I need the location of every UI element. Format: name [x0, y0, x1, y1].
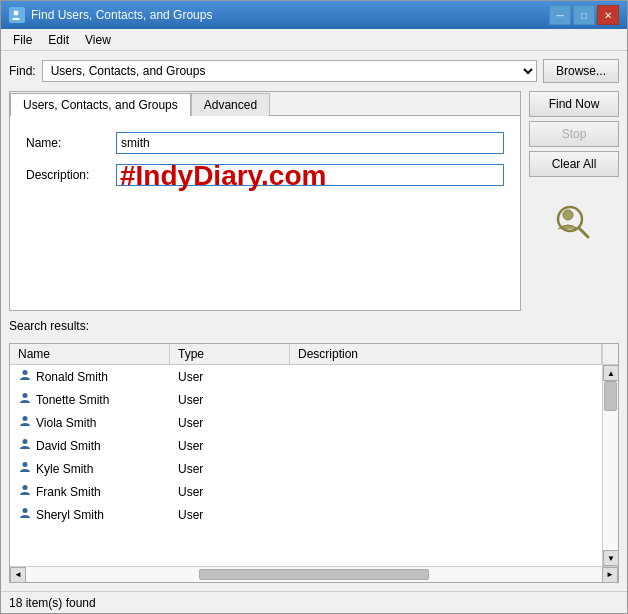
results-header: Name Type Description: [10, 344, 618, 365]
result-name-cell: Kyle Smith: [10, 458, 170, 479]
results-wrapper: Ronald SmithUserTonette SmithUserViola S…: [10, 365, 618, 566]
svg-line-3: [579, 228, 588, 237]
result-name-cell: Sheryl Smith: [10, 504, 170, 525]
table-row[interactable]: Tonette SmithUser: [10, 388, 602, 411]
results-body[interactable]: Ronald SmithUserTonette SmithUserViola S…: [10, 365, 602, 566]
scroll-left-button[interactable]: ◄: [10, 567, 26, 583]
menu-file[interactable]: File: [5, 31, 40, 49]
scroll-down-button[interactable]: ▼: [603, 550, 619, 566]
find-dropdown-wrapper: Users, Contacts, and Groups Users Contac…: [42, 60, 537, 82]
scroll-right-button[interactable]: ►: [602, 567, 618, 583]
svg-point-9: [23, 485, 28, 490]
horizontal-scrollbar: ◄ ►: [10, 566, 618, 582]
search-users-icon: [550, 201, 598, 241]
find-dropdown[interactable]: Users, Contacts, and Groups Users Contac…: [42, 60, 537, 82]
title-bar-buttons: ─ □ ✕: [549, 5, 619, 25]
result-name-cell: Frank Smith: [10, 481, 170, 502]
menu-bar: File Edit View: [1, 29, 627, 51]
name-input[interactable]: [116, 132, 504, 154]
col-header-description[interactable]: Description: [290, 344, 602, 364]
result-desc-cell: [290, 444, 602, 448]
results-container: Name Type Description Ronald SmithUserTo…: [9, 343, 619, 583]
find-row: Find: Users, Contacts, and Groups Users …: [9, 59, 619, 83]
close-button[interactable]: ✕: [597, 5, 619, 25]
result-name-cell: Viola Smith: [10, 412, 170, 433]
result-name-cell: David Smith: [10, 435, 170, 456]
search-icon-area: [529, 201, 619, 241]
maximize-button[interactable]: □: [573, 5, 595, 25]
scroll-up-button[interactable]: ▲: [603, 365, 619, 381]
result-type-cell: User: [170, 391, 290, 409]
scroll-track: [603, 381, 618, 550]
scroll-thumb[interactable]: [604, 381, 617, 411]
svg-point-7: [23, 439, 28, 444]
svg-point-6: [23, 416, 28, 421]
status-text: 18 item(s) found: [9, 596, 96, 610]
table-row[interactable]: Ronald SmithUser: [10, 365, 602, 388]
menu-view[interactable]: View: [77, 31, 119, 49]
svg-point-4: [23, 370, 28, 375]
minimize-button[interactable]: ─: [549, 5, 571, 25]
col-header-name[interactable]: Name: [10, 344, 170, 364]
result-desc-cell: [290, 398, 602, 402]
result-type-cell: User: [170, 460, 290, 478]
result-type-cell: User: [170, 368, 290, 386]
main-window: Find Users, Contacts, and Groups ─ □ ✕ F…: [0, 0, 628, 614]
tab-advanced[interactable]: Advanced: [191, 93, 270, 116]
user-icon: [18, 414, 32, 431]
svg-point-8: [23, 462, 28, 467]
browse-button[interactable]: Browse...: [543, 59, 619, 83]
table-row[interactable]: Frank SmithUser: [10, 480, 602, 503]
vertical-scrollbar: ▲ ▼: [602, 365, 618, 566]
result-desc-cell: [290, 513, 602, 517]
svg-point-10: [23, 508, 28, 513]
result-name-text: Kyle Smith: [36, 462, 93, 476]
svg-point-1: [563, 210, 573, 220]
table-row[interactable]: Viola SmithUser: [10, 411, 602, 434]
name-form-row: Name:: [26, 132, 504, 154]
user-icon: [18, 391, 32, 408]
svg-point-0: [14, 11, 19, 16]
tab-strip: Users, Contacts, and Groups Advanced: [10, 92, 520, 116]
upper-section: Users, Contacts, and Groups Advanced Nam…: [9, 91, 619, 311]
tab-content: Name: Description:: [10, 116, 520, 212]
name-label: Name:: [26, 136, 116, 150]
svg-point-5: [23, 393, 28, 398]
description-input[interactable]: [116, 164, 504, 186]
user-icon: [18, 368, 32, 385]
description-label: Description:: [26, 168, 116, 182]
result-desc-cell: [290, 375, 602, 379]
result-desc-cell: [290, 421, 602, 425]
result-desc-cell: [290, 490, 602, 494]
result-type-cell: User: [170, 414, 290, 432]
result-type-cell: User: [170, 437, 290, 455]
tab-panel: Users, Contacts, and Groups Advanced Nam…: [9, 91, 521, 311]
result-name-text: Ronald Smith: [36, 370, 108, 384]
user-icon: [18, 506, 32, 523]
find-now-button[interactable]: Find Now: [529, 91, 619, 117]
table-row[interactable]: Sheryl SmithUser: [10, 503, 602, 526]
status-bar: 18 item(s) found: [1, 591, 627, 613]
col-header-type[interactable]: Type: [170, 344, 290, 364]
table-row[interactable]: Kyle SmithUser: [10, 457, 602, 480]
result-desc-cell: [290, 467, 602, 471]
horiz-scroll-thumb[interactable]: [199, 569, 429, 580]
user-icon: [18, 437, 32, 454]
tab-users-contacts-groups[interactable]: Users, Contacts, and Groups: [10, 93, 191, 116]
window-icon: [9, 7, 25, 23]
main-content: Find: Users, Contacts, and Groups Users …: [1, 51, 627, 591]
result-type-cell: User: [170, 506, 290, 524]
clear-all-button[interactable]: Clear All: [529, 151, 619, 177]
window-title: Find Users, Contacts, and Groups: [31, 8, 549, 22]
result-name-text: Sheryl Smith: [36, 508, 104, 522]
stop-button[interactable]: Stop: [529, 121, 619, 147]
table-row[interactable]: David SmithUser: [10, 434, 602, 457]
result-name-text: Viola Smith: [36, 416, 96, 430]
result-name-cell: Ronald Smith: [10, 366, 170, 387]
title-bar: Find Users, Contacts, and Groups ─ □ ✕: [1, 1, 627, 29]
user-icon: [18, 483, 32, 500]
search-results-label: Search results:: [9, 319, 619, 333]
menu-edit[interactable]: Edit: [40, 31, 77, 49]
user-icon: [18, 460, 32, 477]
col-header-spacer: [602, 344, 618, 364]
